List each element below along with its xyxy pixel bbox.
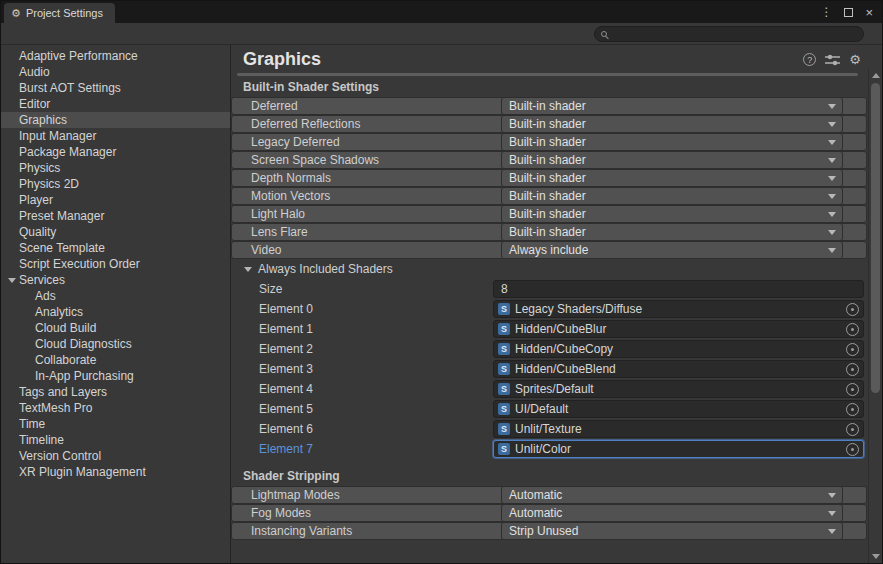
sidebar-item-in-app-purchasing[interactable]: In-App Purchasing — [1, 368, 230, 384]
close-icon[interactable]: × — [865, 6, 873, 19]
sidebar-item-burst-aot-settings[interactable]: Burst AOT Settings — [1, 80, 230, 96]
gear-icon[interactable]: ⚙ — [849, 53, 861, 66]
row-label: Element 4 — [231, 382, 493, 396]
vertical-scrollbar[interactable] — [868, 69, 882, 563]
dropdown-value: Automatic — [509, 488, 562, 502]
sidebar-item-collaborate[interactable]: Collaborate — [1, 352, 230, 368]
scrollbar-thumb[interactable] — [871, 83, 880, 393]
foldout-triangle-icon[interactable] — [8, 278, 16, 283]
settings-row: Element 7SUnlit/Color — [231, 439, 867, 459]
row-label: Lens Flare — [239, 225, 501, 239]
sidebar-item-label: Physics 2D — [19, 177, 79, 191]
sidebar-item-scene-template[interactable]: Scene Template — [1, 240, 230, 256]
row-value: Strip Unused — [501, 522, 843, 540]
screen-space-shadows-dropdown[interactable]: Built-in shader — [501, 151, 843, 169]
object-picker-icon[interactable] — [846, 323, 859, 336]
element-6-object-field[interactable]: SUnlit/Texture — [493, 420, 864, 438]
kebab-menu-icon[interactable]: ⋮ — [820, 6, 832, 18]
object-picker-icon[interactable] — [846, 343, 859, 356]
sidebar-item-textmesh-pro[interactable]: TextMesh Pro — [1, 400, 230, 416]
scroll-down-icon[interactable] — [872, 554, 880, 559]
object-field-value: Hidden/CubeCopy — [515, 342, 613, 356]
object-picker-icon[interactable] — [846, 423, 859, 436]
row-label: Element 5 — [231, 402, 493, 416]
dropdown-value: Built-in shader — [509, 99, 586, 113]
motion-vectors-dropdown[interactable]: Built-in shader — [501, 187, 843, 205]
sidebar-item-cloud-diagnostics[interactable]: Cloud Diagnostics — [1, 336, 230, 352]
depth-normals-dropdown[interactable]: Built-in shader — [501, 169, 843, 187]
object-field-value: UI/Default — [515, 402, 568, 416]
content-header: Graphics ? ⚙ — [231, 45, 867, 71]
sidebar-item-input-manager[interactable]: Input Manager — [1, 128, 230, 144]
settings-row: Screen Space ShadowsBuilt-in shader — [231, 151, 867, 169]
settings-row: Depth NormalsBuilt-in shader — [231, 169, 867, 187]
sidebar-item-ads[interactable]: Ads — [1, 288, 230, 304]
sidebar-item-package-manager[interactable]: Package Manager — [1, 144, 230, 160]
search-box[interactable] — [594, 26, 864, 42]
search-input[interactable] — [607, 28, 857, 40]
object-picker-icon[interactable] — [846, 303, 859, 316]
sidebar-item-player[interactable]: Player — [1, 192, 230, 208]
deferred-reflections-dropdown[interactable]: Built-in shader — [501, 115, 843, 133]
sidebar-item-xr-plugin-management[interactable]: XR Plugin Management — [1, 464, 230, 480]
video-dropdown[interactable]: Always include — [501, 241, 843, 259]
sidebar-item-analytics[interactable]: Analytics — [1, 304, 230, 320]
element-0-object-field[interactable]: SLegacy Shaders/Diffuse — [493, 300, 864, 318]
row-value: SHidden/CubeBlur — [493, 320, 864, 338]
element-3-object-field[interactable]: SHidden/CubeBlend — [493, 360, 864, 378]
sidebar-item-time[interactable]: Time — [1, 416, 230, 432]
sidebar-item-script-execution-order[interactable]: Script Execution Order — [1, 256, 230, 272]
sidebar-item-label: Version Control — [19, 449, 101, 463]
chevron-down-icon — [828, 212, 836, 217]
fog-modes-dropdown[interactable]: Automatic — [501, 504, 843, 522]
preset-sliders-icon[interactable] — [825, 54, 840, 66]
sidebar-item-editor[interactable]: Editor — [1, 96, 230, 112]
sidebar-item-version-control[interactable]: Version Control — [1, 448, 230, 464]
instancing-variants-dropdown[interactable]: Strip Unused — [501, 522, 843, 540]
element-7-object-field[interactable]: SUnlit/Color — [493, 440, 864, 458]
sidebar-item-graphics[interactable]: Graphics — [1, 112, 230, 128]
object-picker-icon[interactable] — [846, 443, 859, 456]
dropdown-value: Built-in shader — [509, 225, 586, 239]
sidebar-item-label: Input Manager — [19, 129, 96, 143]
scroll-up-icon[interactable] — [872, 73, 880, 78]
sidebar-item-label: XR Plugin Management — [19, 465, 146, 479]
row-label: Screen Space Shadows — [239, 153, 501, 167]
legacy-deferred-dropdown[interactable]: Built-in shader — [501, 133, 843, 151]
object-picker-icon[interactable] — [846, 403, 859, 416]
element-4-object-field[interactable]: SSprites/Default — [493, 380, 864, 398]
element-5-object-field[interactable]: SUI/Default — [493, 400, 864, 418]
lightmap-modes-dropdown[interactable]: Automatic — [501, 486, 843, 504]
sidebar-item-physics[interactable]: Physics — [1, 160, 230, 176]
sidebar-item-preset-manager[interactable]: Preset Manager — [1, 208, 230, 224]
object-picker-icon[interactable] — [846, 363, 859, 376]
lens-flare-dropdown[interactable]: Built-in shader — [501, 223, 843, 241]
sidebar-item-tags-and-layers[interactable]: Tags and Layers — [1, 384, 230, 400]
sidebar-item-timeline[interactable]: Timeline — [1, 432, 230, 448]
maximize-icon[interactable] — [844, 8, 853, 17]
object-picker-icon[interactable] — [846, 383, 859, 396]
tab-project-settings[interactable]: ⚙ Project Settings — [4, 3, 115, 23]
row-label: Lightmap Modes — [239, 488, 501, 502]
sidebar-item-label: Burst AOT Settings — [19, 81, 121, 95]
element-2-object-field[interactable]: SHidden/CubeCopy — [493, 340, 864, 358]
foldout-label: Always Included Shaders — [258, 262, 393, 276]
help-icon[interactable]: ? — [803, 53, 816, 66]
sidebar-item-physics-2d[interactable]: Physics 2D — [1, 176, 230, 192]
element-1-object-field[interactable]: SHidden/CubeBlur — [493, 320, 864, 338]
row-value: Built-in shader — [501, 133, 843, 151]
sidebar-item-adaptive-performance[interactable]: Adaptive Performance — [1, 48, 230, 64]
dropdown-value: Built-in shader — [509, 171, 586, 185]
row-value: SLegacy Shaders/Diffuse — [493, 300, 864, 318]
row-label: Fog Modes — [239, 506, 501, 520]
deferred-dropdown[interactable]: Built-in shader — [501, 97, 843, 115]
horizontal-scrollbar[interactable] — [237, 73, 858, 76]
sidebar-item-cloud-build[interactable]: Cloud Build — [1, 320, 230, 336]
light-halo-dropdown[interactable]: Built-in shader — [501, 205, 843, 223]
row-label: Size — [231, 282, 493, 296]
sidebar-item-quality[interactable]: Quality — [1, 224, 230, 240]
sidebar-item-services[interactable]: Services — [1, 272, 230, 288]
size-input[interactable] — [493, 280, 864, 298]
foldout-triangle-icon[interactable] — [244, 267, 252, 272]
sidebar-item-audio[interactable]: Audio — [1, 64, 230, 80]
